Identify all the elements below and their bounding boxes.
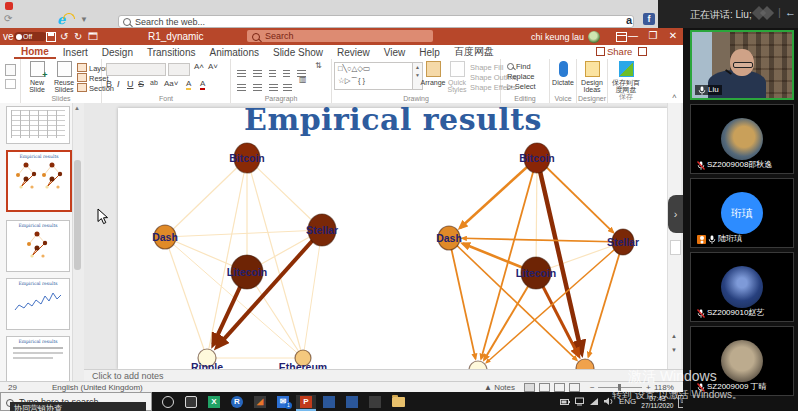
node-label-stellar: Stellar	[607, 236, 639, 248]
restore-button[interactable]: ❐	[644, 30, 662, 41]
reuse-slides-button[interactable]: Reuse Slides	[49, 61, 79, 93]
save-icon[interactable]	[46, 32, 56, 42]
slide[interactable]: Empirical results BitcoinDashStellarLite…	[118, 108, 668, 369]
align-center-icon[interactable]	[253, 78, 265, 96]
taskbar-app-matlab[interactable]: ◢	[250, 395, 270, 409]
tab-slide-show[interactable]: Slide Show	[266, 47, 330, 58]
taskbar-app-file-explorer[interactable]	[388, 395, 408, 409]
reload-icon[interactable]: ⟳	[4, 13, 12, 24]
tab-百度网盘[interactable]: 百度网盘	[447, 45, 501, 59]
slide-thumbnail-3[interactable]: Empirical results	[6, 220, 70, 272]
align-right-icon[interactable]	[269, 78, 281, 96]
previous-slide-icon[interactable]: ▲	[671, 333, 677, 339]
grow-font-icon[interactable]: A˄	[194, 62, 204, 71]
notes-bar[interactable]: Click to add notes	[84, 369, 683, 381]
italic-button[interactable]: I	[117, 79, 120, 89]
taskbar-app-mail[interactable]: ✉1	[273, 395, 293, 409]
document-title: R1_dynamic	[148, 31, 204, 42]
slide-thumbnail-2[interactable]: Empirical results	[6, 150, 72, 212]
slide-scrollbar[interactable]: ▲ ▼	[667, 103, 681, 369]
slide-thumbnail-5[interactable]: Empirical results	[6, 336, 70, 382]
facebook-icon[interactable]: f	[643, 13, 655, 25]
monitor-icon[interactable]	[575, 397, 584, 406]
font-name-box[interactable]	[106, 63, 166, 76]
font-size-box[interactable]	[168, 63, 190, 76]
highlight-color-icon[interactable]: A	[186, 79, 191, 90]
justify-icon[interactable]	[283, 78, 295, 96]
shrink-font-icon[interactable]: A˅	[208, 62, 218, 71]
shapes-gallery[interactable]: □╲○△◇▭☆▷⌒{ }▲▼	[334, 62, 423, 90]
tab-design[interactable]: Design	[95, 47, 140, 58]
select-button[interactable]: ▷ Select	[507, 82, 536, 91]
taskbar-app-app-dark[interactable]	[365, 395, 385, 409]
notes-toggle[interactable]: ▲ Notes	[484, 383, 515, 392]
taskbar-app-cortana[interactable]	[158, 395, 178, 409]
columns-icon[interactable]: ▥	[299, 75, 307, 84]
tab-review[interactable]: Review	[330, 47, 377, 58]
paste-icon[interactable]	[5, 64, 16, 76]
slideshow-icon[interactable]: 🗔	[88, 31, 98, 42]
tab-help[interactable]: Help	[412, 47, 447, 58]
redo-icon[interactable]: ↻	[74, 31, 82, 42]
collapse-arrow-icon[interactable]: ←	[785, 6, 796, 18]
next-slide-icon[interactable]: ▼	[671, 347, 677, 353]
account-avatar[interactable]	[588, 31, 600, 43]
collapse-ribbon-icon[interactable]: ˄	[672, 92, 677, 101]
slide-thumbnail-1[interactable]	[6, 106, 70, 144]
find-button[interactable]: Find	[507, 62, 531, 71]
baidu-save-button[interactable]: 保存到百度网盘	[611, 61, 641, 93]
amazon-icon[interactable]: a	[626, 14, 632, 26]
tab-view[interactable]: View	[377, 47, 413, 58]
tab-animations[interactable]: Animations	[203, 47, 266, 58]
char-spacing-button[interactable]: ab	[150, 79, 158, 86]
minimize-button[interactable]: —	[624, 30, 642, 41]
text-direction-icon[interactable]: ⇅	[315, 61, 322, 70]
taskbar-app-excel[interactable]: X	[204, 395, 224, 409]
account-name[interactable]: chi keung lau	[531, 32, 584, 42]
taskbar-app-r-app[interactable]: R	[227, 395, 247, 409]
autosave-toggle[interactable]: Off	[14, 32, 47, 41]
slide-thumbnail-4[interactable]: Empirical results	[6, 278, 70, 330]
browser-dropdown-caret[interactable]: ▼	[80, 15, 88, 24]
participant-name-chip: SZ2009010赵艺	[694, 308, 767, 318]
shape-fill-button[interactable]: Shape Fill	[470, 63, 503, 72]
ppt-search-input[interactable]: Search	[247, 30, 433, 42]
font-color-icon[interactable]: A	[200, 79, 205, 90]
quick-styles-button[interactable]: Quick Styles	[444, 61, 470, 93]
tab-home[interactable]: Home	[14, 46, 56, 59]
clipboard-icon[interactable]	[5, 79, 16, 89]
taskbar-app-task-view[interactable]	[181, 395, 201, 409]
dictate-button[interactable]: Dictate	[548, 61, 578, 86]
web-search-input[interactable]: Search the web...	[118, 15, 634, 28]
align-left-icon[interactable]	[237, 78, 249, 96]
tab-transitions[interactable]: Transitions	[140, 47, 203, 58]
tab-insert[interactable]: Insert	[56, 47, 95, 58]
participant-tile-sz2009010赵艺[interactable]: SZ2009010赵艺	[690, 252, 794, 322]
design-ideas-button[interactable]: Design Ideas	[577, 61, 607, 93]
thumbnails-scroll-thumb[interactable]	[74, 160, 81, 270]
taskbar-app-app-blue-2[interactable]	[342, 395, 362, 409]
participant-tile-sz2009008邵秋逸[interactable]: SZ2009008邵秋逸	[690, 104, 794, 174]
slide-scroll-thumb[interactable]	[670, 240, 681, 255]
zoom-panel-expand-tab[interactable]: ›	[668, 195, 683, 233]
network-right: BitcoinDashStellarLitecoin	[436, 143, 639, 369]
battery-icon[interactable]	[560, 398, 570, 406]
network-icon[interactable]	[589, 397, 599, 406]
change-case-icon[interactable]: Aa˅	[164, 79, 178, 88]
participant-tile-liu[interactable]: Liu	[690, 30, 794, 100]
undo-icon[interactable]: ↺	[60, 31, 68, 42]
replace-button[interactable]: Replace	[507, 72, 535, 81]
strikethrough-button[interactable]: S	[138, 79, 144, 89]
participant-tile-陆珩瑱[interactable]: 珩瑱陆珩瑱	[690, 178, 794, 248]
new-slide-button[interactable]: New Slide	[22, 61, 52, 93]
language-status[interactable]: English (United Kingdom)	[52, 383, 143, 392]
thumbnails-scroll-up-icon[interactable]: ▲	[74, 105, 80, 111]
taskbar-app-powerpoint[interactable]: P	[296, 395, 316, 411]
share-button[interactable]: Share	[596, 46, 632, 57]
taskbar-app-app-blue-1[interactable]	[319, 395, 339, 409]
arrange-button[interactable]: Arrange	[420, 61, 446, 86]
zoom-out-icon[interactable]: −	[590, 383, 595, 392]
bold-button[interactable]: B	[106, 79, 112, 89]
close-button[interactable]: ✕	[664, 30, 682, 41]
underline-button[interactable]: U	[127, 79, 134, 89]
